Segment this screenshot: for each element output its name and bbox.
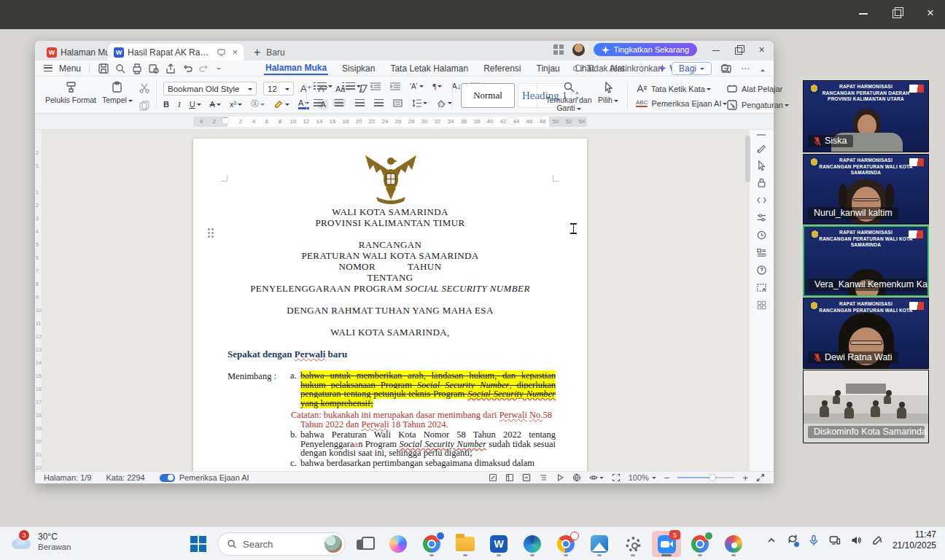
paragraph-drag-handle[interactable] xyxy=(208,228,211,237)
web-layout-icon[interactable] xyxy=(572,473,581,482)
collapse-ribbon-icon[interactable] xyxy=(761,67,765,71)
file-explorer-button[interactable] xyxy=(451,531,480,557)
eye-icon[interactable] xyxy=(589,473,598,482)
select-arrow-icon[interactable] xyxy=(756,160,767,171)
sync-tray-icon[interactable] xyxy=(787,533,798,548)
annotate-pen-icon[interactable] xyxy=(756,142,767,153)
ribbon-tab-tata-letak[interactable]: Tata Letak Halaman xyxy=(389,63,470,74)
quickbar-dropdown-icon[interactable] xyxy=(217,68,221,72)
sync-status[interactable]: Tidak tersinkronkan xyxy=(573,63,663,74)
italic-button[interactable]: I xyxy=(178,100,181,109)
save-icon[interactable] xyxy=(98,63,109,74)
cast-display-tray-icon[interactable] xyxy=(829,534,841,546)
apps-grid-icon[interactable] xyxy=(553,44,564,55)
format-painter-button[interactable]: Pelukis Format xyxy=(45,81,96,104)
apps-grid-icon[interactable] xyxy=(756,300,767,311)
wps-restore-icon[interactable] xyxy=(734,45,744,55)
copy-icon[interactable] xyxy=(139,100,150,112)
fullscreen-icon[interactable] xyxy=(756,473,765,482)
wps-close-icon[interactable]: × xyxy=(757,45,766,55)
chrome-profile2-button[interactable] xyxy=(551,531,580,557)
new-tab-icon[interactable]: + xyxy=(254,46,260,59)
share-doc-icon[interactable] xyxy=(165,63,176,74)
screenshot-icon[interactable] xyxy=(756,282,767,293)
history-clock-icon[interactable] xyxy=(756,230,767,241)
edge-button[interactable] xyxy=(518,531,547,557)
bullet-list-button[interactable] xyxy=(314,82,332,90)
output-icon[interactable] xyxy=(114,63,126,74)
outdent-icon[interactable] xyxy=(370,82,381,90)
play-icon[interactable] xyxy=(556,473,564,482)
superscript-button[interactable]: x² xyxy=(230,100,242,109)
more-icon[interactable]: ⋯ xyxy=(741,63,750,74)
shading-button[interactable] xyxy=(437,99,452,107)
share-button[interactable]: Bagi xyxy=(672,62,712,75)
ribbon-tab-referensi[interactable]: Referensi xyxy=(482,63,522,74)
spellcheck-toggle[interactable] xyxy=(160,474,175,482)
ribbon-tab-halaman-muka[interactable]: Halaman Muka xyxy=(264,62,328,75)
close-icon[interactable]: × xyxy=(925,7,936,19)
copilot-button[interactable] xyxy=(384,531,413,557)
undo-icon[interactable] xyxy=(182,63,193,74)
pilcrow-button[interactable]: ¶ xyxy=(433,82,443,90)
find-replace-button[interactable]: Temukan dan Ganti xyxy=(545,81,592,112)
zoom-app-button[interactable]: 5 xyxy=(652,531,681,557)
volume-tray-icon[interactable] xyxy=(850,534,862,546)
font-color-button[interactable]: A xyxy=(298,99,309,109)
paste-button[interactable]: Tempel xyxy=(102,81,133,104)
print-preview-icon[interactable] xyxy=(148,63,160,74)
chrome-profile1-button[interactable] xyxy=(417,531,446,557)
vertical-scrollbar[interactable] xyxy=(745,136,750,182)
weather-widget[interactable]: 3 30°CBerawan xyxy=(10,532,71,552)
select-button[interactable]: Pilih xyxy=(595,81,621,104)
menu-label[interactable]: Menu xyxy=(59,63,81,74)
document-page[interactable]: WALI KOTA SAMARINDA PROVINSI KALIMANTAN … xyxy=(193,139,587,471)
settings-button[interactable]: Pengaturan xyxy=(742,101,789,109)
align-left-icon[interactable] xyxy=(314,99,323,106)
hanging-indent-marker[interactable] xyxy=(222,118,228,123)
participant-tile[interactable]: RAPAT HARMONISASIRANCANGAN PERATURAN DAE… xyxy=(803,80,929,152)
view-tools-icon[interactable] xyxy=(489,473,497,482)
upgrade-button[interactable]: Tingkatkan Sekarang xyxy=(594,43,697,56)
align-right-icon[interactable] xyxy=(355,99,365,106)
fit-page-icon[interactable] xyxy=(612,473,621,482)
zoom-level[interactable]: 100% xyxy=(629,473,656,482)
learner-tools-button[interactable]: Alat Pelajar xyxy=(742,85,782,93)
align-justify-icon[interactable] xyxy=(374,99,384,106)
print-icon[interactable] xyxy=(131,63,143,74)
tray-chevron-up-icon[interactable] xyxy=(766,534,777,546)
chrome-profile3-button[interactable] xyxy=(685,531,715,557)
redo-icon[interactable] xyxy=(198,63,210,74)
view-page-icon[interactable] xyxy=(522,473,531,482)
zoom-out-button[interactable]: − xyxy=(664,472,670,483)
document-canvas[interactable]: WALI KOTA SAMARINDA PROVINSI KALIMANTAN … xyxy=(42,130,750,471)
participant-tile-active-speaker[interactable]: RAPAT HARMONISASIRANCANGAN PERATURAN WAL… xyxy=(803,225,929,297)
phonetic-guide-button[interactable]: 'A' xyxy=(410,82,424,90)
photos-button[interactable] xyxy=(585,531,614,557)
line-spacing-button[interactable] xyxy=(412,99,427,107)
typography-button[interactable]: Tata Ketik Kata xyxy=(651,85,711,93)
ribbon-tab-sisipkan[interactable]: Sisipkan xyxy=(341,63,376,74)
participant-tile[interactable]: RAPAT HARMONISASIRANCANGAN PERATURAN WAL… xyxy=(803,298,929,369)
wps-minimize-icon[interactable] xyxy=(712,45,721,55)
settings-button[interactable] xyxy=(618,531,648,557)
menu-burger-icon[interactable] xyxy=(44,65,52,71)
paint-button[interactable] xyxy=(719,531,748,557)
taskbar-search[interactable]: Search xyxy=(217,532,346,556)
spellcheck-button[interactable]: Pemeriksa Ejaan AI xyxy=(651,99,727,108)
split-line-icon[interactable] xyxy=(757,134,766,136)
lock-icon[interactable] xyxy=(756,177,767,188)
word-button[interactable]: W xyxy=(484,531,513,557)
ribbon-tab-tinjau[interactable]: Tinjau xyxy=(535,63,561,74)
document-tab-2[interactable]: W Hasil Rapat AK Raperwali S × xyxy=(108,44,244,61)
page-indicator[interactable]: Halaman: 1/9 xyxy=(44,473,91,482)
account-avatar[interactable] xyxy=(572,44,585,56)
cut-icon[interactable] xyxy=(139,82,150,94)
bold-button[interactable]: B xyxy=(163,100,169,109)
participant-tile[interactable]: RAPAT HARMONISASIRANCANGAN PERATURAN WAL… xyxy=(803,154,929,225)
zoom-in-button[interactable]: + xyxy=(742,472,748,483)
zoom-slider[interactable] xyxy=(677,477,734,478)
highlight-color-button[interactable] xyxy=(273,99,289,109)
pen-tray-icon[interactable] xyxy=(871,534,883,546)
text-effects-button[interactable]: Ⓐ xyxy=(251,98,265,109)
